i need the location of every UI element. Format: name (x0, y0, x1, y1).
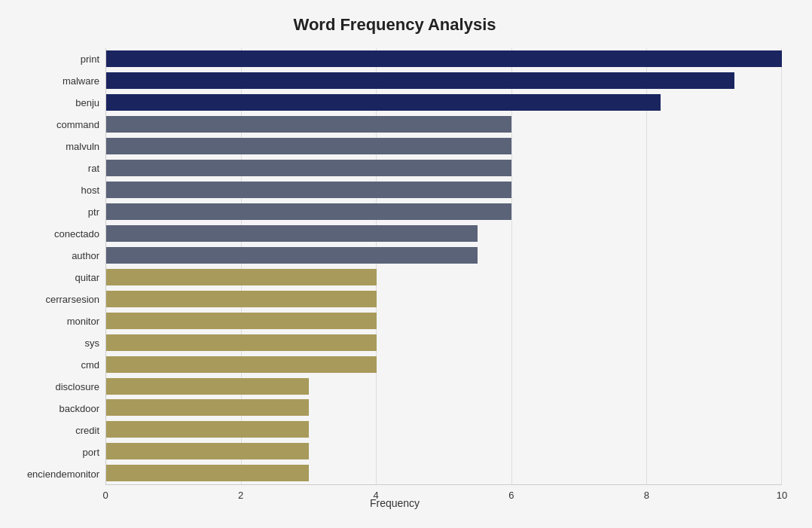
chart-container: Word Frequency Analysis printmalwarebenj… (0, 0, 812, 528)
bar (106, 421, 309, 438)
bar-row (106, 420, 782, 439)
x-axis: 0246810 Frequency (8, 490, 782, 509)
chart-area: printmalwarebenjucommandmalvulnrathostpt… (8, 48, 782, 485)
bar (106, 182, 511, 198)
bar (106, 138, 511, 154)
x-axis-label: Frequency (8, 497, 782, 509)
y-label: disclosure (55, 377, 99, 397)
bar (106, 313, 377, 329)
bar-row (106, 311, 782, 331)
bar (106, 160, 511, 176)
chart-title: Word Frequency Analysis (8, 15, 782, 35)
y-label: host (81, 181, 99, 200)
y-label: author (72, 246, 99, 266)
bar (106, 291, 377, 307)
y-label: cmd (81, 356, 99, 375)
bars-area (105, 48, 782, 485)
y-label: malvuln (66, 137, 99, 157)
y-label: cerrarsesion (45, 290, 99, 310)
grid-line (241, 48, 242, 484)
bar (106, 203, 511, 220)
bar (106, 269, 377, 285)
y-label: credit (75, 421, 99, 441)
bar (106, 94, 661, 111)
bar-row (106, 49, 782, 69)
bar (106, 247, 478, 264)
bar-row (106, 136, 782, 156)
y-label: backdoor (60, 399, 99, 419)
grid-line (511, 48, 512, 484)
bar-row (106, 355, 782, 374)
bar-row (106, 377, 782, 396)
bar (106, 72, 734, 89)
bar (106, 378, 309, 395)
grid-line (376, 48, 377, 484)
bar-row (106, 93, 782, 112)
grid-line (646, 48, 647, 484)
y-axis: printmalwarebenjucommandmalvulnrathostpt… (8, 48, 105, 485)
y-label: sys (85, 334, 100, 353)
grid-line (781, 48, 782, 484)
bar (106, 443, 309, 459)
y-label: ptr (88, 203, 99, 222)
bar-row (106, 71, 782, 90)
bar-row (106, 441, 782, 461)
bar (106, 356, 377, 373)
bar-row (106, 463, 782, 483)
y-label: monitor (67, 312, 99, 331)
bar (106, 334, 377, 351)
y-label: command (56, 115, 99, 135)
y-label: malware (63, 72, 99, 91)
bar-row (106, 180, 782, 200)
bar-row (106, 158, 782, 178)
bar-row (106, 267, 782, 287)
y-label: enciendemonitor (27, 465, 99, 484)
bar (106, 465, 309, 481)
bar-row (106, 114, 782, 134)
y-label: conectado (54, 224, 99, 244)
bar-row (106, 289, 782, 309)
y-label: port (83, 443, 99, 462)
bar-row (106, 202, 782, 221)
bar (106, 399, 309, 416)
y-label: print (81, 50, 99, 69)
grid-lines (106, 48, 782, 484)
bar-row (106, 398, 782, 417)
bar-row (106, 246, 782, 265)
y-label: quitar (75, 268, 99, 288)
bar (106, 50, 782, 67)
bar (106, 225, 478, 242)
bar (106, 116, 511, 133)
y-label: benju (75, 93, 99, 113)
y-label: rat (88, 159, 99, 179)
bar-row (106, 224, 782, 243)
bar-row (106, 333, 782, 353)
